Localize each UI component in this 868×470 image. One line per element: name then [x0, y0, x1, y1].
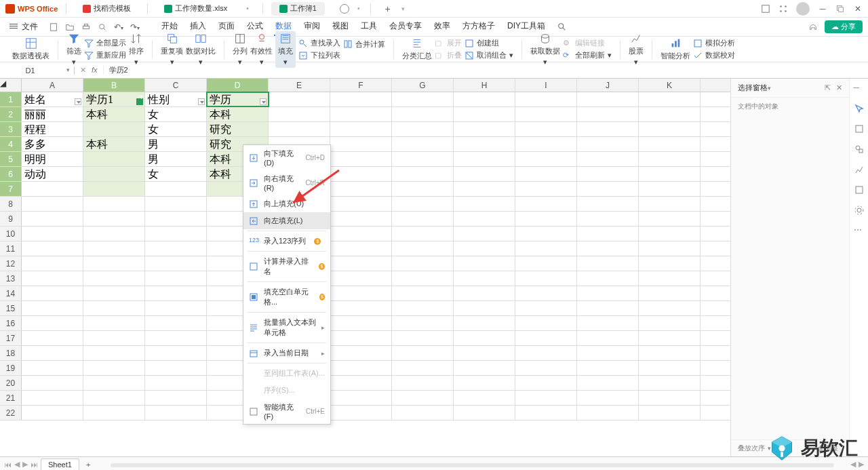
cell-K12[interactable] — [639, 256, 701, 271]
cell-C6[interactable]: 女 — [145, 167, 207, 181]
dedup-button[interactable]: 重复项▾ — [161, 33, 183, 66]
search-icon[interactable] — [557, 22, 567, 32]
cell-J8[interactable] — [577, 197, 639, 211]
cell-F5[interactable] — [330, 152, 392, 166]
cell-H7[interactable] — [454, 182, 515, 196]
cell-A7[interactable] — [22, 182, 83, 196]
bulk-text-item[interactable]: 批量插入文本到单元格▸ — [243, 314, 330, 341]
reapply-button[interactable]: 重新应用 — [84, 50, 126, 60]
cell-A13[interactable] — [22, 271, 83, 286]
window-icon[interactable] — [761, 4, 770, 14]
cell-F3[interactable] — [330, 122, 392, 136]
cell-C17[interactable] — [145, 331, 207, 345]
cell-C19[interactable] — [145, 361, 207, 375]
row-header-4[interactable]: 4 — [0, 137, 22, 151]
cell-A3[interactable]: 程程 — [22, 122, 83, 136]
cell-G2[interactable] — [392, 107, 454, 121]
cell-J18[interactable] — [577, 346, 639, 360]
file-menu[interactable]: 文件 — [5, 21, 42, 33]
cell-F22[interactable] — [330, 406, 392, 420]
cell-B12[interactable] — [83, 256, 145, 271]
cell-I21[interactable] — [515, 391, 577, 405]
fill-left-item[interactable]: 向左填充(L) — [243, 212, 330, 229]
undo-icon[interactable]: ↶▾ — [114, 22, 123, 32]
add-sheet-button[interactable]: + — [82, 461, 94, 469]
cell-F21[interactable] — [330, 391, 392, 405]
menu-tab-方方格子[interactable]: 方方格子 — [461, 18, 496, 36]
cell-H16[interactable] — [454, 316, 515, 330]
cell-B19[interactable] — [83, 361, 145, 375]
cell-F18[interactable] — [330, 346, 392, 360]
cell-K6[interactable] — [639, 167, 701, 181]
row-header-8[interactable]: 8 — [0, 197, 22, 211]
name-box[interactable]: D1 — [0, 66, 75, 75]
cell-A6[interactable]: 动动 — [22, 167, 83, 181]
preview-icon[interactable] — [98, 22, 107, 32]
cell-G14[interactable] — [392, 286, 454, 300]
row-header-14[interactable]: 14 — [0, 286, 22, 300]
column-header-F[interactable]: F — [330, 79, 392, 92]
row-header-22[interactable]: 22 — [0, 406, 22, 420]
cell-J3[interactable] — [577, 122, 639, 136]
history-icon[interactable] — [340, 4, 349, 14]
rail-analysis-icon[interactable] — [854, 164, 865, 175]
cell-H10[interactable] — [454, 227, 515, 241]
cell-A11[interactable] — [22, 241, 83, 256]
cell-C13[interactable] — [145, 271, 207, 286]
cell-C1[interactable]: 性别 — [145, 92, 207, 106]
cell-G5[interactable] — [392, 152, 454, 166]
cell-B2[interactable]: 本科 — [83, 107, 145, 121]
print-icon[interactable] — [81, 22, 91, 32]
cell-F9[interactable] — [330, 212, 392, 226]
cell-G1[interactable] — [392, 92, 454, 106]
split-button[interactable]: 分列▾ — [233, 33, 248, 66]
getdata-button[interactable]: 获取数据▾ — [530, 33, 560, 66]
row-header-3[interactable]: 3 — [0, 122, 22, 136]
cell-K21[interactable] — [639, 391, 701, 405]
formula-input[interactable]: 学历2 — [104, 65, 868, 75]
cell-C12[interactable] — [145, 256, 207, 271]
lookup-button[interactable]: 查找录入 — [298, 38, 340, 48]
cell-F11[interactable] — [330, 241, 392, 256]
rail-more-icon[interactable]: ⋯ — [854, 225, 865, 236]
cell-A16[interactable] — [22, 316, 83, 330]
cell-H9[interactable] — [454, 212, 515, 226]
row-header-20[interactable]: 20 — [0, 376, 22, 390]
cell-B17[interactable] — [83, 331, 145, 345]
cell-K1[interactable] — [639, 92, 701, 106]
cell-I7[interactable] — [515, 182, 577, 196]
cell-B7[interactable] — [83, 182, 145, 196]
cell-B5[interactable] — [83, 152, 145, 166]
cell-C22[interactable] — [145, 406, 207, 420]
cell-I11[interactable] — [515, 241, 577, 256]
cell-I19[interactable] — [515, 361, 577, 375]
cell-B4[interactable]: 本科 — [83, 137, 145, 151]
cell-I18[interactable] — [515, 346, 577, 360]
cell-I3[interactable] — [515, 122, 577, 136]
cell-K16[interactable] — [639, 316, 701, 330]
insert-date-item[interactable]: 录入当前日期▸ — [243, 345, 330, 361]
cell-B14[interactable] — [83, 286, 145, 300]
whatif-button[interactable]: 模拟分析 — [693, 38, 735, 48]
fill-right-item[interactable]: 向右填充(R)Ctrl+R — [243, 170, 330, 195]
cell-I16[interactable] — [515, 316, 577, 330]
cell-F15[interactable] — [330, 301, 392, 315]
compare-button[interactable]: 数据对比▾ — [186, 33, 216, 66]
cell-B15[interactable] — [83, 301, 145, 315]
cell-A21[interactable] — [22, 391, 83, 405]
cell-G4[interactable] — [392, 137, 454, 151]
rail-settings-icon[interactable] — [854, 205, 865, 216]
row-header-11[interactable]: 11 — [0, 241, 22, 256]
new-tab-button[interactable]: + — [379, 3, 395, 14]
tab-file-2[interactable]: 工作簿1 — [271, 2, 325, 16]
row-header-1[interactable]: 1 — [0, 92, 22, 106]
cell-A14[interactable] — [22, 286, 83, 300]
column-header-H[interactable]: H — [454, 79, 515, 92]
cell-C11[interactable] — [145, 241, 207, 256]
cell-H6[interactable] — [454, 167, 515, 181]
cell-F7[interactable] — [330, 182, 392, 196]
cell-I9[interactable] — [515, 212, 577, 226]
cell-K10[interactable] — [639, 227, 701, 241]
select-all-corner[interactable]: ◢ — [0, 79, 22, 92]
cell-F12[interactable] — [330, 256, 392, 271]
